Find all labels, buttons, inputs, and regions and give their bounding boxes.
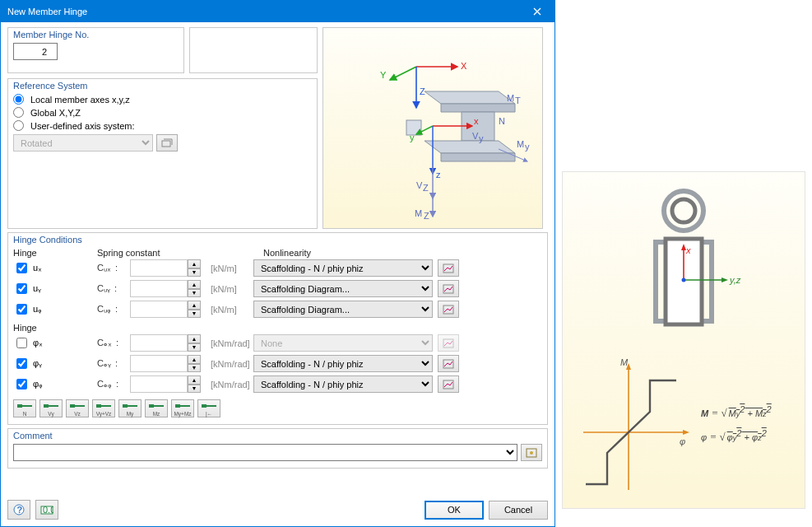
phi-unit-2: [kNm/rad] [211,380,253,389]
u-checkbox-2[interactable] [16,304,27,315]
shortcut-3[interactable]: Vy+Vz [92,399,115,417]
svg-rect-53 [202,404,206,408]
blank-group [189,27,318,73]
phi-nonlinearity-1[interactable]: Scaffolding - N / phiy phiz [253,355,433,372]
svg-marker-7 [425,91,515,104]
units-button[interactable]: 0.00 [35,500,58,520]
phi-spin-1[interactable]: ▲▼ [130,355,211,372]
svg-rect-47 [123,404,128,408]
svg-text:Y: Y [380,70,387,80]
u-checkbox-0[interactable] [16,263,27,273]
u-spin-down-1[interactable]: ▼ [188,289,201,298]
side-bottom: M φ M = √My2 + Mz2 φ = √φy2 + φz2 [563,340,805,508]
phi-checkbox-0[interactable] [16,338,27,348]
svg-text:y,z: y,z [729,275,741,285]
u-spin-down-2[interactable]: ▼ [188,310,201,319]
shortcut-7[interactable]: |← [197,399,220,417]
side-top-diagram: x y,z [563,172,805,340]
phi-spin-up-2[interactable]: ▲ [188,375,201,385]
phi-nonlinearity-0[interactable]: None [253,334,433,352]
u-spin-down-0[interactable]: ▼ [188,268,201,277]
shortcut-2[interactable]: Vz [66,399,89,417]
u-spin-0[interactable]: ▲▼ [130,259,211,277]
phi-label-2: φᵩ [33,379,43,389]
phi-spin-up-0[interactable]: ▲ [188,334,201,343]
phi-nl-edit-2[interactable] [438,375,459,393]
ref-user-edit-button[interactable] [156,134,178,152]
ref-local-radio[interactable] [13,94,24,105]
u-spin-up-2[interactable]: ▲ [188,301,201,310]
u-const-2: Cᵤᵩ : [97,304,130,315]
cancel-button[interactable]: Cancel [489,501,548,520]
ref-local-row[interactable]: Local member axes x,y,z [13,94,312,105]
svg-text:M: M [415,208,422,218]
u-nonlinearity-1[interactable]: Scaffolding Diagram... [253,280,433,297]
u-spin-1[interactable]: ▲▼ [130,280,211,297]
shortcut-5[interactable]: Mz [145,399,168,417]
u-nl-edit-0[interactable] [438,259,459,277]
u-row-2-check[interactable]: uᵩ [13,301,97,317]
close-button[interactable] [527,1,548,22]
u-spin-up-1[interactable]: ▲ [188,280,201,289]
ref-global-radio[interactable] [13,107,24,118]
phi-checkbox-2[interactable] [16,379,27,389]
help-button[interactable]: ? [7,500,30,520]
u-nonlinearity-2[interactable]: Scaffolding Diagram... [253,301,433,318]
u-row-1-check[interactable]: uᵧ [13,281,97,296]
diagram-icon [443,264,454,273]
phi-checkbox-1[interactable] [16,358,27,369]
u-spin-2[interactable]: ▲▼ [130,301,211,318]
phi-spin-input-0[interactable] [130,334,188,352]
phi-row-1-check[interactable]: φᵧ [13,356,97,371]
ok-button[interactable]: OK [425,501,484,520]
phi-spin-up-1[interactable]: ▲ [188,355,201,364]
comment-row [13,444,542,461]
phi-nl-edit-1[interactable] [438,355,459,372]
shortcut-1[interactable]: Vy [39,399,63,417]
u-nl-edit-1[interactable] [438,280,459,297]
shortcut-0[interactable]: N [13,399,36,417]
comment-pick-button[interactable] [521,444,542,461]
col-hinge: Hinge [13,248,97,258]
phi-spin-input-2[interactable] [130,375,188,393]
shortcut-6[interactable]: My+Mz [171,399,194,417]
ref-user-row[interactable]: User-defined axis system: [13,120,312,131]
u-row-0-check[interactable]: uₓ [13,260,97,276]
u-spin-input-1[interactable] [130,280,188,297]
help-icon: ? [13,504,25,515]
phi-spin-down-1[interactable]: ▼ [188,364,201,373]
phi-spin-down-0[interactable]: ▼ [188,343,201,352]
phi-spin-0[interactable]: ▲▼ [130,334,211,352]
shortcut-label-3: Vy+Vz [96,411,112,417]
ref-global-row[interactable]: Global X,Y,Z [13,107,312,118]
phi-spin-down-2[interactable]: ▼ [188,385,201,394]
u-spin-input-2[interactable] [130,301,188,318]
u-spin-up-0[interactable]: ▲ [188,259,201,268]
member-hinge-no-input[interactable] [13,43,58,60]
shortcut-4[interactable]: My [118,399,142,417]
svg-text:V: V [472,131,479,141]
comment-group: Comment [7,428,548,469]
ref-user-select[interactable]: Rotated [13,134,153,152]
svg-marker-69 [722,277,728,282]
shortcut-label-7: |← [206,411,212,417]
phi-const-1: Cₒᵧ : [97,358,130,369]
phi-row-2-check[interactable]: φᵩ [13,376,97,392]
phi-spin-input-1[interactable] [130,355,188,372]
ref-user-label: User-defined axis system: [30,121,135,131]
phi-spin-2[interactable]: ▲▼ [130,375,211,393]
phi-nonlinearity-2[interactable]: Scaffolding - N / phiy phiz [253,375,433,393]
diagram-icon [443,305,454,315]
ref-user-radio[interactable] [13,120,24,131]
dialog-title: New Member Hinge [7,7,87,16]
svg-rect-39 [17,404,22,408]
u-spin-input-0[interactable] [130,259,188,277]
formula-M: M = √My2 + Mz2 [701,404,772,420]
u-nonlinearity-0[interactable]: Scaffolding - N / phiy phiz [253,259,433,277]
phi-const-0: Cₒₓ : [97,338,130,348]
comment-input[interactable] [13,444,517,461]
u-checkbox-1[interactable] [16,283,27,294]
phi-row-0-check[interactable]: φₓ [13,335,97,351]
svg-point-62 [672,199,695,222]
u-nl-edit-2[interactable] [438,301,459,318]
